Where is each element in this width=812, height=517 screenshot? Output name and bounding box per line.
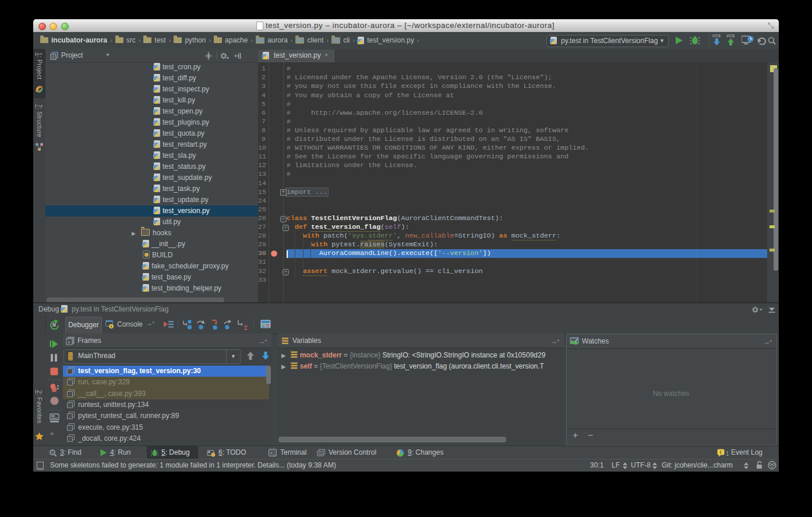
svg-text:›_: ›_ xyxy=(270,451,276,456)
svg-text:!: ! xyxy=(720,449,722,455)
svg-text:s: s xyxy=(68,339,70,345)
svg-text:▾: ▾ xyxy=(227,55,229,60)
